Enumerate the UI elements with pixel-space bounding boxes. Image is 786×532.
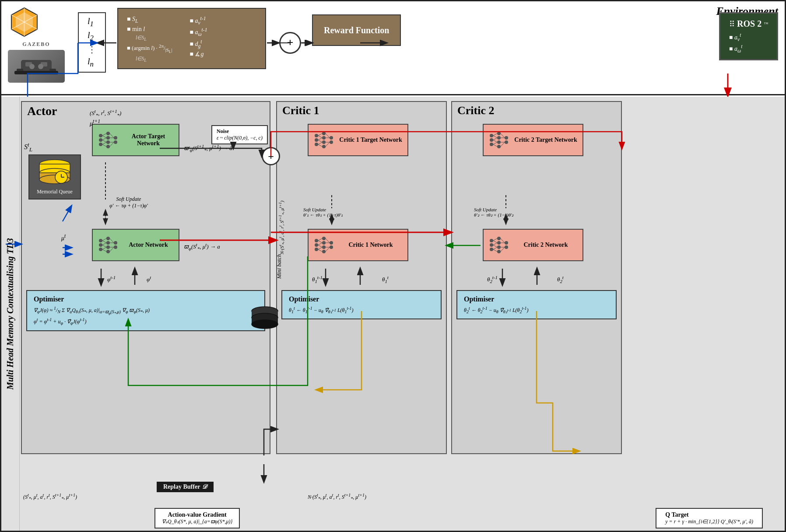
critic2-nn-icon xyxy=(488,234,510,256)
svg-point-109 xyxy=(505,140,508,144)
actor-formula: ϖφ(St*, μt) → a xyxy=(184,242,220,251)
memorial-queue-label: Memorial Queue xyxy=(33,189,77,195)
svg-line-75 xyxy=(318,140,322,142)
svg-point-71 xyxy=(330,140,333,144)
svg-line-55 xyxy=(102,243,106,245)
reward-function-box: Reward Function xyxy=(312,14,401,46)
phi-t: φt xyxy=(147,275,151,283)
svg-line-77 xyxy=(318,144,322,147)
optimiser-critic2-box: Optimiser θ2t ← θ2t-1 − uθ ∇̂θ₂t-1 L(θ2t… xyxy=(456,290,617,319)
actor-network-label: Actor Network xyxy=(123,242,174,248)
ros2-grid-icon: ⠿ xyxy=(729,19,735,29)
comp-minl-sub: l∈SL xyxy=(136,35,172,42)
svg-line-76 xyxy=(318,142,322,144)
svg-line-54 xyxy=(102,241,106,243)
svg-line-119 xyxy=(501,142,505,147)
svg-rect-12 xyxy=(14,71,58,74)
svg-line-73 xyxy=(318,136,322,138)
theta1-t: θ1t xyxy=(382,275,389,284)
svg-line-36 xyxy=(102,138,106,140)
lidar-l2: l2 xyxy=(88,29,96,43)
svg-point-25 xyxy=(99,134,102,137)
svg-point-103 xyxy=(490,143,493,146)
svg-point-31 xyxy=(106,145,110,148)
minibatch-formula: N·(St*, μt, at, rt, St+1*, μt+1) xyxy=(278,201,286,255)
svg-line-58 xyxy=(102,249,106,252)
svg-line-56 xyxy=(102,245,106,247)
svg-line-116 xyxy=(501,133,505,138)
svg-line-38 xyxy=(102,142,106,144)
memorial-queue: Memorial Queue xyxy=(28,154,81,200)
svg-line-62 xyxy=(110,247,114,252)
comp-dg: ■ dgt xyxy=(189,39,207,49)
optimiser-actor-formula2: φt = φt-1 + uφ · ∇̂φJ(φt-1) xyxy=(34,317,258,326)
svg-point-64 xyxy=(315,138,318,142)
svg-line-95 xyxy=(318,247,322,249)
mu-t1-label: μt+1 xyxy=(90,119,100,127)
svg-line-81 xyxy=(326,142,330,147)
svg-point-70 xyxy=(330,136,333,140)
noise-box: Noise ε ~ clip(N(0,σ), −c, c) xyxy=(211,125,268,144)
svg-point-143 xyxy=(252,320,278,329)
phi-t-minus-1: φt-1 xyxy=(107,275,116,283)
algorithm-label-text: Multi Head Memory Contextualising TD3 xyxy=(5,238,15,390)
theta2-t: θ2t xyxy=(557,275,564,284)
lidar-l1: l1 xyxy=(88,15,96,29)
svg-line-92 xyxy=(318,241,322,243)
svg-point-124 xyxy=(497,241,501,245)
svg-point-84 xyxy=(315,248,318,251)
svg-point-49 xyxy=(106,245,110,249)
comp-minl: ■ min l xyxy=(127,26,172,33)
comp-sl: ■ SL xyxy=(127,16,172,24)
svg-point-45 xyxy=(99,243,102,247)
svg-point-123 xyxy=(497,237,501,240)
svg-line-113 xyxy=(493,140,497,142)
svg-point-120 xyxy=(490,239,493,242)
q-target-title: Q Target xyxy=(665,511,753,518)
svg-point-63 xyxy=(315,134,318,137)
svg-line-138 xyxy=(501,247,505,252)
svg-line-39 xyxy=(102,144,106,147)
svg-line-100 xyxy=(326,247,330,252)
theta2-t-minus-1: θ2t-1 xyxy=(487,275,498,284)
algorithm-label: Multi Head Memory Contextualising TD3 xyxy=(1,97,20,531)
svg-point-65 xyxy=(315,143,318,146)
optimiser-actor-box: Optimiser ∇φJ(φ) ≈ 1/N Σ ∇aQθ₁(S*, μ, a)… xyxy=(26,290,265,331)
svg-point-83 xyxy=(315,243,318,247)
svg-point-10 xyxy=(29,64,35,69)
svg-point-128 xyxy=(505,245,508,249)
action-gradient-title: Action-value Gradient xyxy=(162,511,232,518)
critic2-target-label: Critic 2 Target Network xyxy=(513,136,578,144)
svg-point-69 xyxy=(322,145,326,148)
lidar-dots: ⋮ xyxy=(88,43,96,56)
reward-function-label: Reward Function xyxy=(324,25,389,35)
gazebo-logo-icon xyxy=(8,6,41,38)
svg-point-51 xyxy=(114,241,117,245)
svg-point-29 xyxy=(106,136,110,140)
state-tuple-label: (St*, rt, St+1*) xyxy=(90,108,121,118)
robot-icon xyxy=(12,53,60,80)
actor-target-network-label: Actor Target Network xyxy=(123,133,174,147)
svg-line-132 xyxy=(493,245,497,247)
actor-nn-icon xyxy=(97,234,119,256)
actor-target-formula: ϖ'φ(St+1*, μt+1) → ã' xyxy=(184,144,234,153)
critic2-target-nn-icon xyxy=(488,129,510,151)
critic1-title: Critic 1 xyxy=(277,102,446,119)
robot-image xyxy=(8,50,65,83)
svg-line-130 xyxy=(493,241,497,243)
svg-point-26 xyxy=(99,138,102,142)
svg-line-111 xyxy=(493,136,497,138)
svg-point-122 xyxy=(490,248,493,251)
svg-point-106 xyxy=(497,140,501,144)
svg-point-11 xyxy=(38,64,43,69)
gazebo-text: GAZEBO xyxy=(8,41,65,48)
svg-point-28 xyxy=(106,132,110,135)
soft-update-critic1-label: Soft Update θ'₁ ← τθ₁ + (1−τ)θ'₁ xyxy=(303,207,343,218)
svg-point-67 xyxy=(322,136,326,140)
svg-line-74 xyxy=(318,138,322,140)
svg-point-89 xyxy=(330,241,333,245)
svg-point-85 xyxy=(322,237,326,240)
ros2-box: ⠿ ROS 2 ™ ■ avt ■ aωt xyxy=(719,12,778,60)
svg-point-32 xyxy=(114,136,117,140)
actor-network-box: Actor Network xyxy=(92,229,179,261)
